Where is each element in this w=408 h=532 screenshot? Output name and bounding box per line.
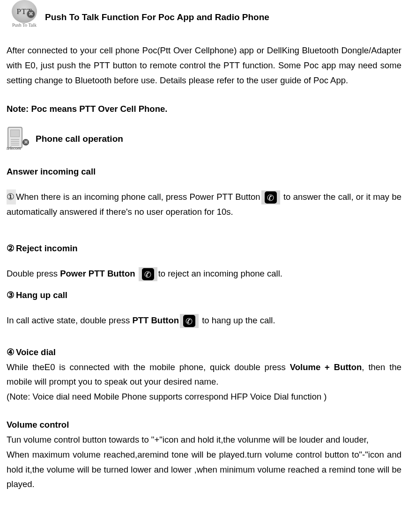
phone-button-icon: [261, 190, 280, 204]
hangup-body: In call active state, double press PTT B…: [7, 313, 401, 328]
hangup-marker: ③: [7, 288, 16, 303]
voicedial-l1-bold: Volume + Button: [290, 362, 362, 372]
volume-heading: Volume control: [7, 417, 401, 432]
voicedial-heading: ④Voice dial: [7, 345, 401, 360]
volume-line1: Tun volume control button towards to "+"…: [7, 432, 401, 447]
hangup-post: to hang up the call.: [200, 315, 275, 325]
hangup-bold: PTT Button: [132, 315, 179, 325]
phone-button-icon: [180, 314, 199, 328]
answer-marker: ①: [7, 189, 16, 204]
reject-heading-text: Reject incomin: [16, 243, 78, 253]
reject-heading: ②Reject incomin: [7, 241, 401, 256]
telecom-label: telecom: [7, 144, 21, 152]
voicedial-heading-text: Voice dial: [16, 347, 56, 357]
phone-section-heading: Phone call operation: [36, 131, 123, 147]
phone-section-header: ⌘ telecom Phone call operation: [7, 127, 401, 151]
reject-marker: ②: [7, 241, 16, 256]
voicedial-line1: While theE0 is connected with the mobile…: [7, 360, 401, 390]
hangup-heading-text: Hang up call: [16, 290, 67, 300]
voicedial-marker: ④: [7, 345, 16, 360]
voicedial-l1-pre: While theE0 is connected with the mobile…: [7, 362, 290, 372]
reject-bold: Power PTT Button: [60, 269, 137, 278]
bluetooth-small-icon: ⌘: [22, 139, 29, 146]
voicedial-line2: (Note: Voice dial need Mobile Phone supp…: [7, 389, 401, 404]
header-row: PTT ⌘ Push To Talk Push To Talk Function…: [7, 0, 401, 29]
hangup-pre: In call active state, double press: [7, 315, 132, 325]
reject-pre: Double press: [7, 269, 60, 278]
volume-line2: When maximum volume reached,aremind tone…: [7, 447, 401, 492]
reject-post: to reject an incoming phone call.: [158, 269, 282, 278]
telecom-icon: ⌘ telecom: [7, 127, 30, 151]
answer-pre: When there is an incoming phone call, pr…: [16, 192, 260, 202]
answer-body: ①When there is an incoming phone call, p…: [7, 189, 401, 219]
ptt-circle-icon: PTT ⌘: [12, 0, 37, 23]
phone-button-icon: [139, 267, 157, 281]
reject-body: Double press Power PTT Button to reject …: [7, 266, 401, 281]
ptt-logo: PTT ⌘ Push To Talk: [7, 0, 42, 29]
page-title: Push To Talk Function For Poc App and Ra…: [45, 10, 269, 29]
hangup-heading: ③Hang up call: [7, 288, 401, 303]
intro-paragraph: After connected to your cell phone Poc(P…: [7, 43, 401, 87]
answer-heading: Answer incoming call: [7, 164, 401, 179]
note-line: Note: Poc means PTT Over Cell Phone.: [7, 102, 401, 117]
bluetooth-icon: ⌘: [27, 10, 35, 18]
